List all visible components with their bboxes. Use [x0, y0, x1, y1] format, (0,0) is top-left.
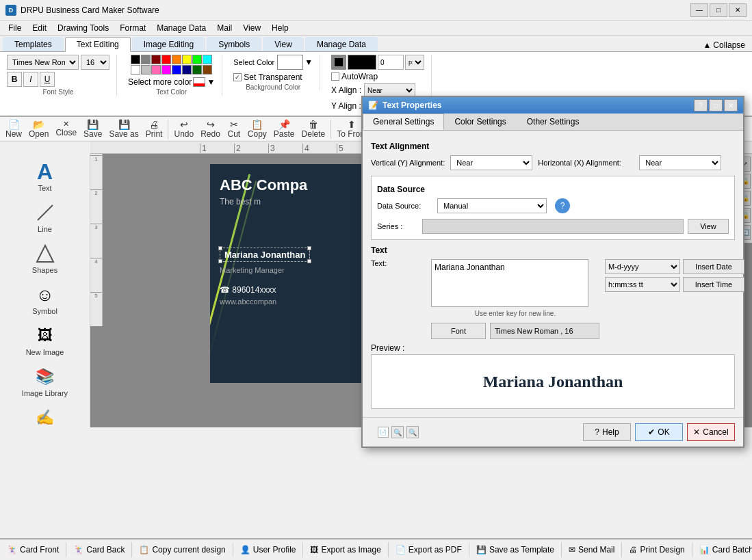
vertical-align-label: Vertical (Y) Alignment:	[371, 159, 445, 167]
text-hint: Use enter key for new line.	[431, 310, 599, 317]
series-row: Series : View	[377, 219, 729, 234]
text-area-row: Text: Mariana Jonanthan Use enter key fo…	[371, 259, 735, 339]
data-source-help-icon[interactable]: ?	[555, 198, 570, 213]
help-icon: ?	[595, 427, 599, 437]
dialog-overlay: 📝 Text Properties ? □ ✕ General Settings…	[0, 0, 752, 560]
time-format-select[interactable]: h:mm:ss tt	[605, 277, 680, 292]
dialog-title: Text Properties	[383, 101, 441, 110]
horizontal-align-select[interactable]: NearCenterFar	[639, 155, 721, 170]
ok-button[interactable]: ✔ OK	[635, 423, 683, 441]
dialog-tabs: General Settings Color Settings Other Se…	[363, 114, 743, 131]
cancel-button[interactable]: ✕ Cancel	[687, 423, 735, 441]
data-source-title: Data Source	[377, 185, 729, 194]
zoom-out-btn[interactable]: 🔍	[391, 426, 404, 438]
ok-icon: ✔	[648, 427, 655, 437]
dialog-body: Text Alignment Vertical (Y) Alignment: N…	[363, 131, 743, 417]
insert-time-btn[interactable]: Insert Time	[683, 277, 744, 292]
zoom-in-btn[interactable]: 🔍	[406, 426, 419, 438]
dialog-tab-general[interactable]: General Settings	[363, 114, 444, 130]
date-format-select[interactable]: M-d-yyyy	[605, 259, 680, 274]
help-button[interactable]: ? Help	[583, 423, 631, 441]
series-view-btn[interactable]: View	[688, 219, 729, 234]
alignment-row: Vertical (Y) Alignment: NearCenterFar Ho…	[371, 155, 735, 170]
data-source-select[interactable]: Manual	[437, 198, 547, 213]
cancel-icon: ✕	[693, 427, 700, 437]
dialog-close-btn[interactable]: ✕	[724, 99, 738, 111]
dialog-title-icon: 📝	[368, 101, 378, 110]
data-source-row: Data Source: Manual ?	[377, 198, 729, 213]
text-section-title: Text	[371, 245, 735, 255]
font-row: Font Times New Roman , 16	[431, 323, 599, 339]
text-label: Text:	[371, 259, 426, 267]
text-properties-dialog: 📝 Text Properties ? □ ✕ General Settings…	[361, 96, 744, 448]
data-source-section: Data Source Data Source: Manual ? Series…	[371, 176, 735, 240]
preview-label: Preview :	[371, 343, 735, 353]
text-alignment-title: Text Alignment	[371, 142, 735, 151]
data-source-label: Data Source:	[377, 202, 432, 210]
insert-date-btn[interactable]: Insert Date	[683, 259, 744, 274]
dialog-footer: 📄 🔍 🔍 ? Help ✔ OK ✕ Cancel	[363, 417, 743, 446]
dialog-tab-other[interactable]: Other Settings	[517, 114, 590, 130]
preview-section: Mariana Jonanthan	[371, 354, 735, 409]
series-input[interactable]	[422, 219, 684, 234]
text-textarea[interactable]: Mariana Jonanthan	[431, 259, 588, 307]
horizontal-align-label: Horizontal (X) Alignment:	[538, 159, 634, 167]
dialog-tab-color[interactable]: Color Settings	[444, 114, 516, 130]
text-section: Text Text: Mariana Jonanthan Use enter k…	[371, 245, 735, 339]
dialog-controls: ? □ ✕	[694, 99, 738, 111]
font-button[interactable]: Font	[431, 323, 486, 339]
series-label: Series :	[377, 222, 418, 230]
dialog-title-bar: 📝 Text Properties ? □ ✕	[363, 97, 743, 114]
dialog-maximize-btn[interactable]: □	[709, 99, 723, 111]
zoom-controls: 📄 🔍 🔍	[371, 423, 426, 441]
vertical-align-select[interactable]: NearCenterFar	[450, 155, 532, 170]
page-icon: 📄	[378, 427, 389, 438]
font-display-value: Times New Roman , 16	[490, 323, 599, 339]
preview-text: Mariana Jonanthan	[483, 373, 623, 391]
dialog-help-btn[interactable]: ?	[694, 99, 708, 111]
date-time-column: M-d-yyyy Insert Date h:mm:ss tt Insert T…	[605, 259, 744, 292]
